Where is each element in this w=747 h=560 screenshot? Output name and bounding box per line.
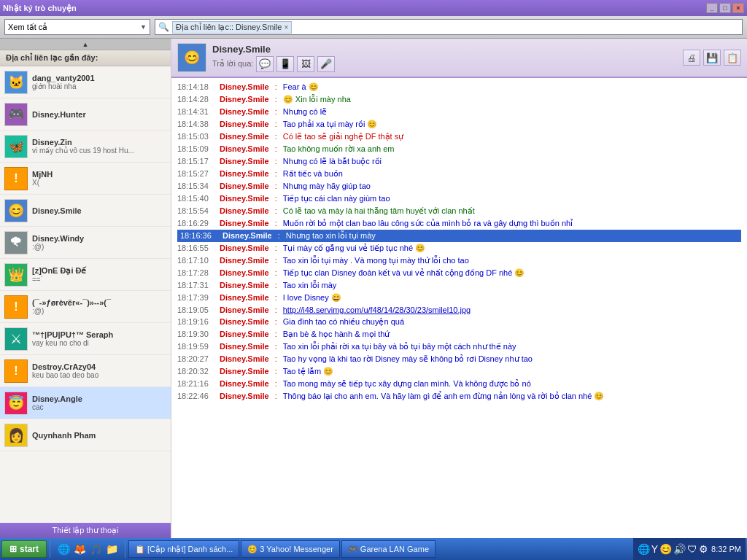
message-row: 18:17:10 Disney.Smile : Tao xin lỗi tụi … <box>177 254 741 267</box>
message-colon: : <box>275 219 277 228</box>
view-combo[interactable]: Xem tất cả ▼ <box>4 19 150 35</box>
print-button[interactable]: 🖨 <box>683 50 700 66</box>
message-time: 18:17:31 <box>177 281 214 289</box>
antivirus-tray-icon[interactable]: 🛡 <box>687 543 697 555</box>
reply-chat-icon[interactable]: 💬 <box>256 56 274 72</box>
avatar: ! <box>4 295 28 319</box>
taskbar-app-2-icon: 😊 <box>247 545 258 554</box>
taskbar-app-1-label: [Cập nhật] Danh sách... <box>147 545 233 554</box>
quick-launch: 🌐 🦊 🎵 📁 <box>56 542 119 556</box>
messages-area[interactable]: 18:14:18 Disney.Smile : Fear à 😊 18:14:2… <box>171 78 747 538</box>
message-text: Tao phải xa tụi mày rồi 😊 <box>283 120 378 129</box>
contact-item[interactable]: 😇 Disney.Angle cac <box>0 387 171 419</box>
setup-voicemail-button[interactable]: Thiết lập thư thoại <box>0 523 171 538</box>
message-colon: : <box>275 132 277 141</box>
message-time: 18:17:10 <box>177 256 214 265</box>
contact-item[interactable]: ! Destroy.CrAzy04 keu bao tao deo bao <box>0 355 171 387</box>
taskbar-app-3[interactable]: 🎮 Garena LAN Game <box>341 540 436 558</box>
save-button[interactable]: 💾 <box>703 50 721 66</box>
window-controls[interactable]: _ □ × <box>706 3 744 13</box>
avatar: 🎮 <box>4 103 28 126</box>
message-text: Nhưng mày hãy giúp tao <box>283 182 371 191</box>
copy-button[interactable]: 📋 <box>724 50 741 66</box>
close-button[interactable]: × <box>732 3 744 13</box>
message-colon: : <box>275 379 277 388</box>
taskbar-app-2[interactable]: 😊 3 Yahoo! Messenger <box>241 540 340 558</box>
avatar: 😇 <box>4 392 28 415</box>
message-time: 18:15:40 <box>177 194 214 203</box>
folder-icon[interactable]: 📁 <box>104 542 119 556</box>
contact-item[interactable]: 🐱 dang_vanty2001 giớn hoài nha <box>0 66 171 98</box>
message-colon: : <box>275 182 277 190</box>
top-toolbar: Xem tất cả ▼ 🔍 Địa chỉ liên lạc:: Disney… <box>0 16 747 39</box>
avatar: ⚔ <box>4 327 28 351</box>
maximize-button[interactable]: □ <box>719 3 731 13</box>
message-colon: : <box>275 194 277 203</box>
avatar: 👑 <box>4 263 28 287</box>
scroll-up-button[interactable]: ▲ <box>0 39 171 50</box>
message-colon: : <box>275 244 277 252</box>
message-row: 18:15:54 Disney.Smile : Có lẽ tao và mày… <box>177 205 741 217</box>
contact-item[interactable]: 🦋 Disney.Zin vi mấy chủ vô cus 19 host H… <box>0 131 171 163</box>
message-sender: Disney.Smile <box>220 194 269 203</box>
message-sender: Disney.Smile <box>220 256 269 265</box>
search-icon: 🔍 <box>158 22 169 32</box>
search-tag[interactable]: Địa chỉ liên lạc:: Disney.Smile × <box>172 21 292 34</box>
message-colon: : <box>275 95 277 104</box>
contact-item[interactable]: 🌪 Disney.Windy :@) <box>0 227 171 259</box>
message-time: 18:19:59 <box>177 342 214 351</box>
network-tray-icon[interactable]: 🌐 <box>638 543 650 555</box>
avatar: 🦋 <box>4 135 28 158</box>
avatar: 🌪 <box>4 231 28 254</box>
message-sender: Disney.Smile <box>220 157 269 166</box>
reply-voice-icon[interactable]: 🎤 <box>317 56 335 72</box>
contact-item[interactable]: 👑 [z]OnE Đại Đế ==` <box>0 259 171 291</box>
contact-item[interactable]: 👩 Quynhanh Pham <box>0 419 171 451</box>
contact-item[interactable]: ! MjNH X( <box>0 163 171 195</box>
contact-status: vay keu no cho di <box>32 339 166 347</box>
reply-label: Trả lời qua: <box>212 59 253 69</box>
taskbar-app-1[interactable]: 📋 [Cập nhật] Danh sách... <box>128 540 239 558</box>
message-sender: Disney.Smile <box>220 82 269 91</box>
message-row: 18:16:36 Disney.Smile : Nhưng tao xin lỗ… <box>177 230 741 242</box>
taskbar-app-2-label: 3 Yahoo! Messenger <box>260 545 333 553</box>
start-button[interactable]: ⊞ start <box>1 540 47 558</box>
yahoo2-tray-icon[interactable]: 😊 <box>659 543 672 555</box>
message-colon: : <box>275 144 277 153</box>
message-text: Tao tệ lắm 😊 <box>283 367 334 376</box>
reply-mobile-icon[interactable]: 📱 <box>276 56 294 72</box>
firefox-icon[interactable]: 🦊 <box>72 542 87 556</box>
yahoo-tray-icon[interactable]: Y <box>651 543 658 555</box>
right-panel: 😊 Disney.Smile Trả lời qua: 💬 📱 🖼 🎤 <box>171 39 747 538</box>
contact-name: Disney.Smile <box>32 206 166 215</box>
message-sender: Disney.Smile <box>220 95 269 104</box>
ie-icon[interactable]: 🌐 <box>56 542 71 556</box>
taskbar-right: 🌐 Y 😊 🔊 🛡 ⚙ 8:32 PM <box>633 538 746 560</box>
message-text: 😊 Xin lỗi mày nha <box>283 95 351 104</box>
reply-image-icon[interactable]: 🖼 <box>297 56 314 72</box>
message-sender: Disney.Smile <box>220 132 269 141</box>
contact-name: (¯-»ƒørèvër«-¯)»--»(¯ <box>32 298 166 307</box>
search-tag-close-icon[interactable]: × <box>284 23 288 31</box>
message-sender: Disney.Smile <box>220 182 269 190</box>
search-area: 🔍 Địa chỉ liên lạc:: Disney.Smile × <box>155 19 743 35</box>
message-sender: Disney.Smile <box>220 330 269 338</box>
misc-tray-icon[interactable]: ⚙ <box>699 543 708 555</box>
message-text: http://i48.servimg.com/u/f48/14/28/30/23… <box>283 306 471 314</box>
contact-item[interactable]: 🎮 Disney.Hunter <box>0 98 171 131</box>
message-row: 18:16:55 Disney.Smile : Tụi mày cố gắng … <box>177 242 741 254</box>
media-icon[interactable]: 🎵 <box>88 542 103 556</box>
combo-arrow-icon: ▼ <box>140 23 147 31</box>
message-row: 18:17:28 Disney.Smile : Tiếp tục clan Di… <box>177 267 741 279</box>
message-text: Bạn bè & học hành & mọi thứ <box>283 330 390 339</box>
contact-info: Quynhanh Pham <box>32 431 166 440</box>
contact-name: [z]OnE Đại Đế <box>32 266 166 276</box>
contact-item[interactable]: ! (¯-»ƒørèvër«-¯)»--»(¯ :@) <box>0 291 171 323</box>
contact-item[interactable]: ⚔ ™†|PU|PU†™ Seraph vay keu no cho di <box>0 323 171 355</box>
message-link[interactable]: http://i48.servimg.com/u/f48/14/28/30/23… <box>283 306 471 314</box>
contact-item[interactable]: 😊 Disney.Smile <box>0 195 171 227</box>
sound-tray-icon[interactable]: 🔊 <box>673 543 686 555</box>
minimize-button[interactable]: _ <box>706 3 718 13</box>
main-window: Xem tất cả ▼ 🔍 Địa chỉ liên lạc:: Disney… <box>0 16 747 538</box>
taskbar-app-3-icon: 🎮 <box>348 545 358 554</box>
